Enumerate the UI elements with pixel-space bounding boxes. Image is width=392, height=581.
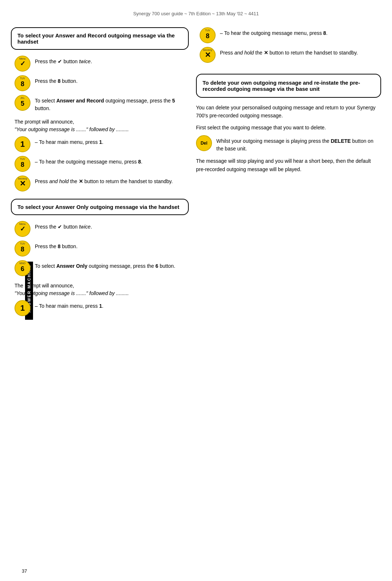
btn-top-label: TUV bbox=[20, 242, 25, 245]
btn-number: 8 bbox=[21, 246, 24, 253]
page: Synergy 700 user guide ~ 7th Edition ~ 1… bbox=[0, 0, 392, 581]
btn-number: 5 bbox=[21, 100, 24, 108]
step-text: Press the 8 button. bbox=[35, 241, 78, 250]
delete-para-2: First select the outgoing message that y… bbox=[196, 124, 381, 132]
step-text: Press the ✔ button twice. bbox=[35, 221, 92, 231]
button-1-b: 1 bbox=[15, 300, 30, 316]
btn-number: 1 bbox=[20, 140, 25, 149]
section2-title: To select your Answer Only outgoing mess… bbox=[17, 204, 179, 210]
btn-top-label: Menu bbox=[19, 223, 26, 225]
menu-check-button-1: Menu ✓ bbox=[15, 56, 30, 72]
btn-number: 1 bbox=[20, 303, 25, 313]
check-icon: ✓ bbox=[20, 225, 25, 233]
btn-top-label: Secrecy bbox=[203, 49, 212, 51]
del-step-row: Del Whilst your outgoing message is play… bbox=[196, 135, 381, 153]
x-icon: ✕ bbox=[205, 51, 211, 59]
step-text: – To hear main menu, press 1. bbox=[35, 136, 103, 146]
step-row: 1 – To hear main menu, press 1. bbox=[15, 136, 189, 152]
btn-number: 6 bbox=[21, 265, 24, 273]
button-1-a: 1 bbox=[15, 136, 30, 152]
btn-top-label: TUV bbox=[20, 77, 25, 80]
step-row: TUV 8 Press the 8 button. bbox=[15, 75, 189, 91]
step-row: 1 – To hear main menu, press 1. bbox=[15, 300, 189, 316]
prompt-text-2: The prompt will announce, "Your outgoing… bbox=[15, 280, 189, 297]
secrecy-button-1: Secrecy ✕ bbox=[15, 175, 30, 191]
button-8-4: TUV 8 bbox=[200, 27, 216, 43]
check-icon: ✓ bbox=[20, 60, 25, 68]
page-number: 37 bbox=[22, 568, 27, 574]
btn-top-label: Menu bbox=[19, 57, 26, 60]
btn-top-label: TUV bbox=[205, 29, 210, 32]
step-text: Press the ✔ button twice. bbox=[35, 56, 92, 65]
button-8-3: TUV 8 bbox=[15, 241, 30, 257]
step-text: – To hear the outgoing message menu, pre… bbox=[35, 156, 142, 166]
btn-number: 8 bbox=[206, 32, 209, 40]
step-text: Press and hold the ✕ button to return th… bbox=[220, 47, 358, 57]
delete-section-box: To delete your own outgoing message and … bbox=[196, 74, 381, 98]
secrecy-button-2: Secrecy ✕ bbox=[200, 47, 216, 63]
right-column: TUV 8 – To hear the outgoing message men… bbox=[196, 27, 381, 320]
step-text: – To hear the outgoing message menu, pre… bbox=[220, 27, 327, 37]
step-row: Secrecy ✕ Press and hold the ✕ button to… bbox=[15, 175, 189, 191]
step-text: To select Answer Only outgoing message, … bbox=[35, 260, 175, 270]
btn-top-label: JKL bbox=[20, 97, 25, 99]
main-content: To select your Answer and Record outgoin… bbox=[11, 27, 381, 320]
step-row: TUV 8 – To hear the outgoing message men… bbox=[15, 156, 189, 172]
delete-section-title: To delete your own outgoing message and … bbox=[203, 80, 360, 92]
step-row: TUV 8 Press the 8 button. bbox=[15, 241, 189, 257]
btn-top-label: Secrecy bbox=[18, 177, 27, 180]
menu-check-button-2: Menu ✓ bbox=[15, 221, 30, 237]
step-text: Press and hold the ✕ button to return th… bbox=[35, 175, 173, 185]
btn-top-label: MNO bbox=[20, 262, 25, 265]
btn-top-label: TUV bbox=[20, 158, 25, 160]
x-icon: ✕ bbox=[20, 179, 26, 188]
button-8-2: TUV 8 bbox=[15, 156, 30, 172]
right-top-steps: TUV 8 – To hear the outgoing message men… bbox=[200, 27, 381, 63]
button-5: JKL 5 bbox=[15, 95, 30, 111]
step-row: Menu ✓ Press the ✔ button twice. bbox=[15, 221, 189, 237]
delete-section-content: You can delete your personalised outgoin… bbox=[196, 104, 381, 173]
btn-number: 8 bbox=[21, 161, 24, 169]
prompt-text-1: The prompt will announce, "Your outgoing… bbox=[15, 116, 189, 133]
step-row: Secrecy ✕ Press and hold the ✕ button to… bbox=[200, 47, 381, 63]
step-text: Press the 8 button. bbox=[35, 75, 78, 85]
section2-title-box: To select your Answer Only outgoing mess… bbox=[11, 199, 189, 215]
section1-title-box: To select your Answer and Record outgoin… bbox=[11, 27, 189, 50]
section1-steps: Menu ✓ Press the ✔ button twice. TUV 8 P… bbox=[15, 56, 189, 191]
button-6: MNO 6 bbox=[15, 260, 30, 276]
section2-steps: Menu ✓ Press the ✔ button twice. TUV 8 P… bbox=[15, 221, 189, 316]
button-8-1: TUV 8 bbox=[15, 75, 30, 91]
del-button: Del bbox=[196, 135, 212, 151]
section1-title: To select your Answer and Record outgoin… bbox=[17, 32, 175, 45]
delete-para-3: The message will stop playing and you wi… bbox=[196, 157, 381, 173]
del-icon: Del bbox=[201, 140, 208, 147]
page-header: Synergy 700 user guide ~ 7th Edition ~ 1… bbox=[0, 7, 392, 16]
step-row: TUV 8 – To hear the outgoing message men… bbox=[200, 27, 381, 43]
step-row: JKL 5 To select Answer and Record outgoi… bbox=[15, 95, 189, 112]
btn-number: 8 bbox=[21, 80, 24, 88]
step-text: To select Answer and Record outgoing mes… bbox=[35, 95, 189, 112]
header-text: Synergy 700 user guide ~ 7th Edition ~ 1… bbox=[133, 11, 259, 16]
step-text: – To hear main menu, press 1. bbox=[35, 300, 103, 310]
step-row: MNO 6 To select Answer Only outgoing mes… bbox=[15, 260, 189, 276]
del-step-text: Whilst your outgoing message is playing … bbox=[216, 135, 381, 153]
left-column: To select your Answer and Record outgoin… bbox=[11, 27, 189, 320]
delete-para-1: You can delete your personalised outgoin… bbox=[196, 104, 381, 120]
step-row: Menu ✓ Press the ✔ button twice. bbox=[15, 56, 189, 72]
